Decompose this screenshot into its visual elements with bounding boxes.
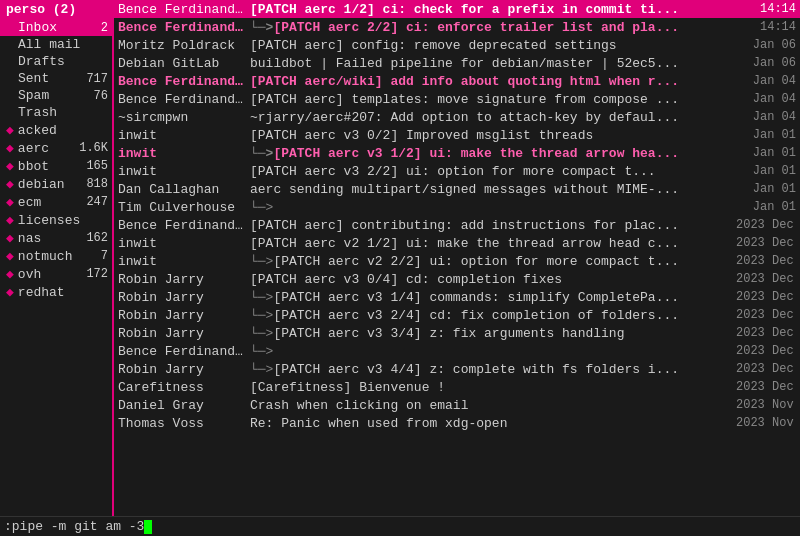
email-date: Jan 06 xyxy=(736,38,796,52)
sidebar-item-redhat[interactable]: ◆redhat xyxy=(0,283,112,301)
app: perso (2) Inbox2All mailDraftsSent717Spa… xyxy=(0,0,800,536)
table-row[interactable]: Moritz Poldrack[PATCH aerc] config: remo… xyxy=(114,36,800,54)
sidebar-item-licenses[interactable]: ◆licenses xyxy=(0,211,112,229)
table-row[interactable]: Bence Ferdinand...└─>[PATCH aerc 2/2] ci… xyxy=(114,18,800,36)
sidebar-item-drafts[interactable]: Drafts xyxy=(0,53,112,70)
email-subject: └─>[PATCH aerc v3 1/4] commands: simplif… xyxy=(248,290,736,305)
table-row[interactable]: inwit[PATCH aerc v3 2/2] ui: option for … xyxy=(114,162,800,180)
thread-indent: └─> xyxy=(250,326,273,341)
sidebar-item-label: ovh xyxy=(18,267,85,282)
sidebar-item-notmuch[interactable]: ◆notmuch7 xyxy=(0,247,112,265)
sidebar-item-count: 247 xyxy=(86,195,108,209)
table-row[interactable]: Thomas VossRe: Panic when used from xdg-… xyxy=(114,414,800,432)
table-row[interactable]: Bence Ferdinand...└─>2023 Dec 30 xyxy=(114,342,800,360)
table-row[interactable]: Robin Jarry└─>[PATCH aerc v3 3/4] z: fix… xyxy=(114,324,800,342)
bullet-icon: ◆ xyxy=(6,140,14,156)
email-date: 2023 Dec 30 xyxy=(736,362,796,376)
email-date: 2023 Nov 14 xyxy=(736,416,796,430)
table-row[interactable]: inwit[PATCH aerc v3 0/2] Improved msglis… xyxy=(114,126,800,144)
table-row[interactable]: inwit└─>[PATCH aerc v2 2/2] ui: option f… xyxy=(114,252,800,270)
email-date: 2023 Dec 31 xyxy=(736,218,796,232)
sidebar-item-debian[interactable]: ◆debian818 xyxy=(0,175,112,193)
table-row[interactable]: Robin Jarry└─>[PATCH aerc v3 4/4] z: com… xyxy=(114,360,800,378)
thread-indent: └─> xyxy=(250,290,273,305)
email-date: 2023 Dec 30 xyxy=(736,272,796,286)
sidebar-item-ovh[interactable]: ◆ovh172 xyxy=(0,265,112,283)
email-date: 14:14 xyxy=(736,2,796,16)
email-sender: Dan Callaghan xyxy=(118,182,248,197)
statusbar: :pipe -m git am -3 xyxy=(0,516,800,536)
email-date: 2023 Dec 30 xyxy=(736,344,796,358)
email-subject: └─>[PATCH aerc v2 2/2] ui: option for mo… xyxy=(248,254,736,269)
email-sender: Thomas Voss xyxy=(118,416,248,431)
bullet-icon: ◆ xyxy=(6,266,14,282)
table-row[interactable]: Robin Jarry└─>[PATCH aerc v3 2/4] cd: fi… xyxy=(114,306,800,324)
table-row[interactable]: Bence Ferdinand...[PATCH aerc/wiki] add … xyxy=(114,72,800,90)
email-date: Jan 01 xyxy=(736,146,796,160)
sidebar-item-inbox[interactable]: Inbox2 xyxy=(0,19,112,36)
sidebar-tab[interactable]: perso (2) xyxy=(0,0,112,19)
email-date: 2023 Dec 30 xyxy=(736,290,796,304)
thread-indent: └─> xyxy=(250,254,273,269)
email-subject: Crash when clicking on email xyxy=(248,398,736,413)
thread-indent: └─> xyxy=(250,362,273,377)
email-date: Jan 04 xyxy=(736,74,796,88)
table-row[interactable]: Daniel GrayCrash when clicking on email2… xyxy=(114,396,800,414)
email-sender: Carefitness xyxy=(118,380,248,395)
email-date: Jan 06 xyxy=(736,56,796,70)
table-row[interactable]: inwit[PATCH aerc v2 1/2] ui: make the th… xyxy=(114,234,800,252)
email-sender: ~sircmpwn xyxy=(118,110,248,125)
sidebar-item-nas[interactable]: ◆nas162 xyxy=(0,229,112,247)
email-sender: Robin Jarry xyxy=(118,290,248,305)
sidebar-item-trash[interactable]: Trash xyxy=(0,104,112,121)
email-date: 2023 Dec 31 xyxy=(736,236,796,250)
sidebar-item-ecm[interactable]: ◆ecm247 xyxy=(0,193,112,211)
sidebar-item-label: ecm xyxy=(18,195,85,210)
table-row[interactable]: Robin Jarry[PATCH aerc v3 0/4] cd: compl… xyxy=(114,270,800,288)
sidebar-item-spam[interactable]: Spam76 xyxy=(0,87,112,104)
sidebar-item-count: 717 xyxy=(86,72,108,86)
table-row[interactable]: Bence Ferdinand...[PATCH aerc] templates… xyxy=(114,90,800,108)
table-row[interactable]: inwit└─>[PATCH aerc v3 1/2] ui: make the… xyxy=(114,144,800,162)
email-sender: inwit xyxy=(118,128,248,143)
email-date: 2023 Dec 31 xyxy=(736,254,796,268)
sidebar-item-label: Sent xyxy=(18,71,84,86)
email-subject: Re: Panic when used from xdg-open xyxy=(248,416,736,431)
email-subject: └─> xyxy=(248,344,736,359)
table-row[interactable]: Tim Culverhouse└─>Jan 01 xyxy=(114,198,800,216)
table-row[interactable]: Robin Jarry└─>[PATCH aerc v3 1/4] comman… xyxy=(114,288,800,306)
sidebar: perso (2) Inbox2All mailDraftsSent717Spa… xyxy=(0,0,112,516)
table-row[interactable]: Dan Callaghanaerc sending multipart/sign… xyxy=(114,180,800,198)
email-subject: [Carefitness] Bienvenue ! xyxy=(248,380,736,395)
email-subject: [PATCH aerc v3 0/4] cd: completion fixes xyxy=(248,272,736,287)
sidebar-item-count: 162 xyxy=(86,231,108,245)
sidebar-item-count: 172 xyxy=(86,267,108,281)
email-sender: Debian GitLab xyxy=(118,56,248,71)
email-date: Jan 04 xyxy=(736,92,796,106)
bullet-icon: ◆ xyxy=(6,284,14,300)
sidebar-item-aerc[interactable]: ◆aerc1.6K xyxy=(0,139,112,157)
email-date: 2023 Dec 30 xyxy=(736,326,796,340)
sidebar-item-label: nas xyxy=(18,231,85,246)
email-sender: Bence Ferdinand... xyxy=(118,2,248,17)
table-row[interactable]: Carefitness[Carefitness] Bienvenue !2023… xyxy=(114,378,800,396)
table-row[interactable]: Bence Ferdinand...[PATCH aerc 1/2] ci: c… xyxy=(114,0,800,18)
bullet-icon: ◆ xyxy=(6,176,14,192)
email-rows: Bence Ferdinand...[PATCH aerc 1/2] ci: c… xyxy=(114,0,800,432)
cursor xyxy=(144,520,152,534)
bullet-icon: ◆ xyxy=(6,212,14,228)
sidebar-item-bbot[interactable]: ◆bbot165 xyxy=(0,157,112,175)
email-sender: inwit xyxy=(118,236,248,251)
table-row[interactable]: Bence Ferdinand...[PATCH aerc] contribut… xyxy=(114,216,800,234)
email-subject: [PATCH aerc] templates: move signature f… xyxy=(248,92,736,107)
sidebar-item-count: 7 xyxy=(101,249,108,263)
email-subject: [PATCH aerc] contributing: add instructi… xyxy=(248,218,736,233)
sidebar-item-sent[interactable]: Sent717 xyxy=(0,70,112,87)
table-row[interactable]: Debian GitLabbuildbot | Failed pipeline … xyxy=(114,54,800,72)
bullet-icon: ◆ xyxy=(6,248,14,264)
table-row[interactable]: ~sircmpwn~rjarry/aerc#207: Add option to… xyxy=(114,108,800,126)
sidebar-item-all-mail[interactable]: All mail xyxy=(0,36,112,53)
email-date: Jan 01 xyxy=(736,200,796,214)
email-subject: └─>[PATCH aerc v3 3/4] z: fix arguments … xyxy=(248,326,736,341)
sidebar-item-acked[interactable]: ◆acked xyxy=(0,121,112,139)
